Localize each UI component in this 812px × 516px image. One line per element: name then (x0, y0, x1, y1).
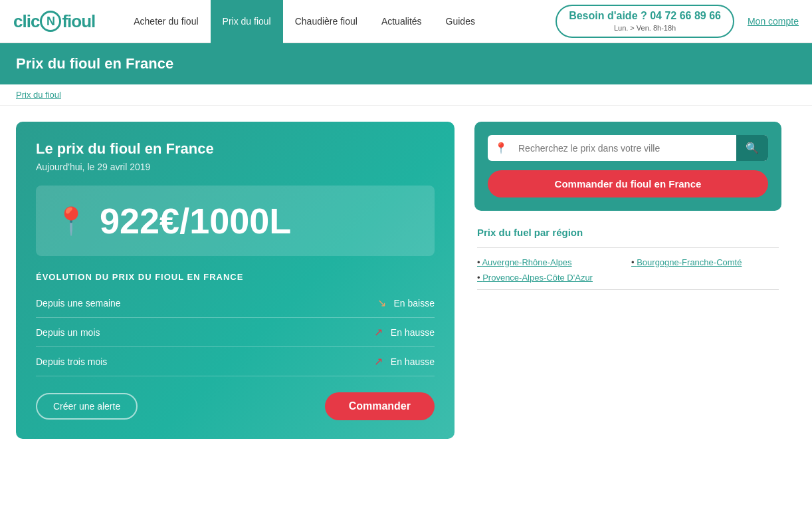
search-pin-icon: 📍 (488, 142, 514, 154)
price-box: 📍 922€/1000L (36, 186, 435, 256)
nav-item-chaudiere[interactable]: Chaudière fioul (283, 0, 369, 43)
regions-divider-top (477, 247, 779, 248)
phone-number: Besoin d'aide ? 04 72 66 89 66 (569, 10, 721, 22)
phone-box: Besoin d'aide ? 04 72 66 89 66 Lun. > Ve… (556, 5, 734, 38)
nav-item-actualites[interactable]: Actualités (369, 0, 434, 43)
search-input[interactable] (514, 136, 736, 160)
logo-text-left: clic (13, 11, 39, 32)
mon-compte-link[interactable]: Mon compte (748, 16, 799, 27)
left-card: Le prix du fioul en France Aujourd'hui, … (16, 122, 455, 439)
evolution-title: ÉVOLUTION DU PRIX DU FIOUL EN FRANCE (36, 272, 435, 282)
evo-trend-three-months: En hausse (391, 356, 435, 367)
commander-france-button[interactable]: Commander du fioul en France (488, 170, 768, 197)
evo-row-month: Depuis un mois ↗ En hausse (36, 318, 435, 347)
header: clic N fioul Acheter du fioul Prix du fi… (0, 0, 812, 43)
header-right: Besoin d'aide ? 04 72 66 89 66 Lun. > Ve… (556, 5, 799, 38)
main-nav: Acheter du fioul Prix du fioul Chaudière… (122, 0, 556, 43)
evo-label-week: Depuis une semaine (36, 298, 369, 309)
logo[interactable]: clic N fioul (13, 11, 95, 32)
card-buttons: Créer une alerte Commander (36, 392, 435, 420)
evo-label-month: Depuis un mois (36, 327, 366, 338)
breadcrumb-link[interactable]: Prix du fioul (16, 90, 61, 100)
search-button[interactable]: 🔍 (736, 135, 768, 161)
nav-item-acheter[interactable]: Acheter du fioul (122, 0, 210, 43)
nav-item-prix[interactable]: Prix du fioul (211, 0, 283, 43)
main-content: Le prix du fioul en France Aujourd'hui, … (0, 106, 797, 455)
evo-row-three-months: Depuis trois mois ↗ En hausse (36, 347, 435, 376)
regions-section: Prix du fuel par région Auvergne-Rhône-A… (474, 227, 781, 290)
hero-title: Prix du fioul en France (16, 55, 173, 72)
search-row: 📍 🔍 (488, 135, 768, 161)
evolution-table: Depuis une semaine ↘ En baisse Depuis un… (36, 289, 435, 376)
regions-title: Prix du fuel par région (477, 227, 779, 238)
create-alert-button[interactable]: Créer une alerte (36, 393, 138, 420)
commander-button[interactable]: Commander (325, 392, 435, 420)
regions-grid: Auvergne-Rhône-Alpes Bourgogne-Franche-C… (477, 257, 779, 283)
nav-item-guides[interactable]: Guides (434, 0, 487, 43)
phone-hours: Lun. > Ven. 8h-18h (614, 24, 676, 32)
evo-arrow-down-icon: ↘ (377, 297, 386, 309)
regions-divider-bottom (477, 289, 779, 290)
evo-row-week: Depuis une semaine ↘ En baisse (36, 289, 435, 318)
hero-bar: Prix du fioul en France (0, 43, 812, 84)
region-link-auvergne[interactable]: Auvergne-Rhône-Alpes (477, 257, 625, 267)
search-card: 📍 🔍 Commander du fioul en France (474, 122, 781, 211)
right-panel: 📍 🔍 Commander du fioul en France Prix du… (474, 122, 781, 439)
evo-trend-week: En baisse (394, 298, 435, 309)
evo-arrow-up-icon-1: ↗ (374, 326, 383, 338)
card-subtitle: Aujourd'hui, le 29 avril 2019 (36, 162, 435, 172)
logo-text-right: fioul (62, 11, 95, 32)
breadcrumb: Prix du fioul (0, 84, 812, 106)
evo-arrow-up-icon-2: ↗ (374, 355, 383, 368)
location-pin-icon: 📍 (54, 205, 88, 237)
price-value: 922€/1000L (100, 200, 291, 241)
region-link-bourgogne[interactable]: Bourgogne-Franche-Comté (631, 257, 779, 267)
logo-n-icon: N (40, 11, 61, 32)
region-link-provence[interactable]: Provence-Alpes-Côte D'Azur (477, 273, 625, 283)
evo-label-three-months: Depuis trois mois (36, 356, 366, 367)
card-title: Le prix du fioul en France (36, 140, 435, 158)
evo-trend-month: En hausse (391, 327, 435, 338)
